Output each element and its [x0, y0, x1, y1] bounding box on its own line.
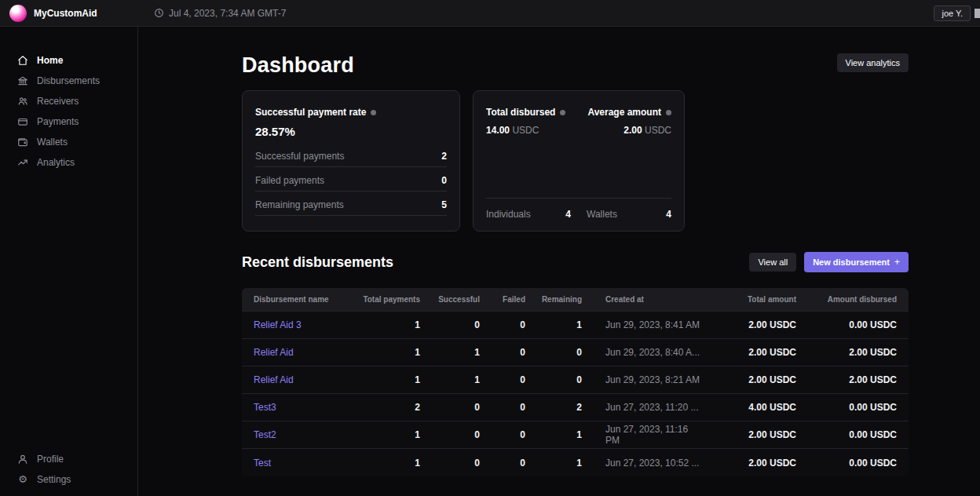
- failed-cell: 0: [480, 429, 525, 440]
- table-row[interactable]: Test3 2 0 0 2 Jun 27, 2023, 11:20 ... 4.…: [242, 394, 909, 421]
- successful-cell: 0: [420, 402, 480, 413]
- wallets-value: 4: [666, 209, 671, 220]
- total-amount-cell: 2.00 USDC: [702, 429, 796, 440]
- sidebar-item-home[interactable]: Home: [0, 50, 137, 71]
- total-payments-cell: 1: [356, 347, 420, 358]
- total-payments-cell: 1: [356, 319, 420, 330]
- total-payments-cell: 1: [356, 458, 420, 469]
- info-icon[interactable]: [560, 110, 565, 115]
- sidebar-item-settings[interactable]: ⚙ Settings: [0, 469, 137, 490]
- sidebar-item-label: Analytics: [37, 157, 75, 168]
- topbar-right: joe Y.: [934, 5, 971, 21]
- sidebar-item-payments[interactable]: Payments: [0, 111, 137, 132]
- disbursement-name-link[interactable]: Relief Aid 3: [254, 319, 356, 330]
- total-disbursed-title: Total disbursed: [486, 107, 565, 118]
- disbursements-table: Disbursement name Total payments Success…: [242, 288, 909, 476]
- disbursement-name-link[interactable]: Relief Aid: [254, 347, 356, 358]
- total-disbursed-value: 14.00 USDC: [486, 125, 565, 136]
- col-header: Amount disbursed: [796, 295, 897, 304]
- payment-rate-card: Successful payment rate 28.57% Successfu…: [242, 90, 460, 232]
- datetime-text: Jul 4, 2023, 7:34 AM GMT-7: [169, 8, 286, 19]
- remaining-cell: 1: [525, 458, 582, 469]
- brand-logo-icon: [9, 5, 27, 22]
- remaining-cell: 0: [525, 347, 582, 358]
- disbursed-card-top: Total disbursed 14.00 USDC Average amoun…: [486, 107, 671, 136]
- average-amount-title: Average amount: [587, 107, 671, 118]
- remaining-cell: 1: [525, 429, 582, 440]
- home-icon: [17, 55, 28, 66]
- stat-value: 2: [441, 151, 447, 162]
- wallets-icon: [17, 137, 28, 148]
- settings-gear-icon: ⚙: [17, 474, 28, 485]
- sidebar-item-label: Disbursements: [37, 75, 100, 86]
- app-root: MyCustomAid Jul 4, 2023, 7:34 AM GMT-7 j…: [0, 0, 980, 496]
- stat-label: Failed payments: [255, 175, 324, 186]
- total-amount-cell: 2.00 USDC: [702, 347, 796, 358]
- summary-cards: Successful payment rate 28.57% Successfu…: [242, 90, 909, 232]
- sidebar: Home Disbursements Receivers Payments Wa…: [0, 27, 138, 496]
- col-header: Total payments: [356, 295, 420, 304]
- table-row[interactable]: Relief Aid 1 1 0 0 Jun 29, 2023, 8:21 AM…: [242, 367, 909, 394]
- average-amount-number: 2.00: [623, 125, 642, 136]
- disbursement-name-link[interactable]: Test3: [254, 402, 356, 413]
- amount-disbursed-cell: 0.00 USDC: [796, 458, 897, 469]
- wallets-label: Wallets: [587, 209, 617, 220]
- sidebar-item-profile[interactable]: Profile: [0, 449, 137, 469]
- sidebar-item-disbursements[interactable]: Disbursements: [0, 71, 137, 91]
- recent-section-header: Recent disbursements View all New disbur…: [242, 252, 909, 272]
- individuals-label: Individuals: [486, 209, 531, 220]
- new-disbursement-button[interactable]: New disbursement +: [804, 252, 909, 272]
- col-header: Total amount: [702, 295, 796, 304]
- disbursement-name-link[interactable]: Test: [254, 458, 356, 469]
- sidebar-item-label: Wallets: [37, 137, 68, 148]
- user-menu-button[interactable]: joe Y.: [934, 5, 971, 21]
- total-amount-cell: 4.00 USDC: [702, 402, 796, 413]
- disbursements-icon: [17, 75, 28, 86]
- remaining-cell: 2: [525, 402, 582, 413]
- failed-payments-row: Failed payments 0: [255, 167, 447, 191]
- sidebar-item-receivers[interactable]: Receivers: [0, 91, 137, 111]
- view-analytics-button[interactable]: View analytics: [837, 53, 909, 72]
- table-row[interactable]: Relief Aid 1 1 0 0 Jun 29, 2023, 8:40 A.…: [242, 339, 909, 367]
- successful-payments-row: Successful payments 2: [255, 143, 447, 167]
- failed-cell: 0: [480, 319, 525, 330]
- created-at-cell: Jun 27, 2023, 11:16 PM: [582, 424, 702, 446]
- stat-label: Remaining payments: [255, 199, 344, 210]
- table-row[interactable]: Relief Aid 3 1 0 0 1 Jun 29, 2023, 8:41 …: [242, 312, 909, 339]
- successful-cell: 1: [420, 347, 480, 358]
- sidebar-item-label: Settings: [37, 474, 71, 485]
- created-at-cell: Jun 27, 2023, 11:20 ...: [582, 402, 702, 413]
- table-row[interactable]: Test 1 0 0 1 Jun 27, 2023, 10:52 ... 2.0…: [242, 449, 909, 476]
- sidebar-item-label: Home: [37, 55, 63, 66]
- remaining-cell: 0: [525, 374, 582, 385]
- individuals-stat: Individuals 4: [486, 209, 571, 220]
- col-header: Disbursement name: [254, 295, 356, 304]
- failed-cell: 0: [480, 347, 525, 358]
- table-row[interactable]: Test2 1 0 0 1 Jun 27, 2023, 11:16 PM 2.0…: [242, 421, 909, 449]
- disbursed-card: Total disbursed 14.00 USDC Average amoun…: [473, 90, 685, 232]
- amount-disbursed-cell: 0.00 USDC: [796, 319, 897, 330]
- main-header: Dashboard View analytics: [242, 53, 909, 78]
- amount-disbursed-cell: 0.00 USDC: [796, 429, 897, 440]
- info-icon[interactable]: [371, 110, 376, 115]
- view-all-button[interactable]: View all: [749, 253, 796, 272]
- average-amount-unit: USDC: [645, 125, 671, 136]
- successful-cell: 1: [420, 374, 480, 385]
- average-amount-title-text: Average amount: [587, 107, 661, 118]
- payment-rate-title-text: Successful payment rate: [255, 107, 366, 118]
- total-payments-cell: 1: [356, 374, 420, 385]
- datetime: Jul 4, 2023, 7:34 AM GMT-7: [154, 8, 286, 19]
- sidebar-item-wallets[interactable]: Wallets: [0, 132, 137, 152]
- col-header: Failed: [480, 295, 525, 304]
- col-header: Successful: [420, 295, 480, 304]
- scrollbar-thumb[interactable]: [975, 9, 980, 18]
- created-at-cell: Jun 29, 2023, 8:41 AM: [582, 319, 702, 330]
- disbursement-name-link[interactable]: Relief Aid: [254, 374, 356, 385]
- disbursement-name-link[interactable]: Test2: [254, 429, 356, 440]
- individuals-value: 4: [565, 209, 571, 220]
- sidebar-item-analytics[interactable]: Analytics: [0, 152, 137, 173]
- total-disbursed-title-text: Total disbursed: [486, 107, 555, 118]
- info-icon[interactable]: [666, 110, 671, 115]
- failed-cell: 0: [480, 458, 525, 469]
- topbar: MyCustomAid Jul 4, 2023, 7:34 AM GMT-7 j…: [0, 0, 980, 27]
